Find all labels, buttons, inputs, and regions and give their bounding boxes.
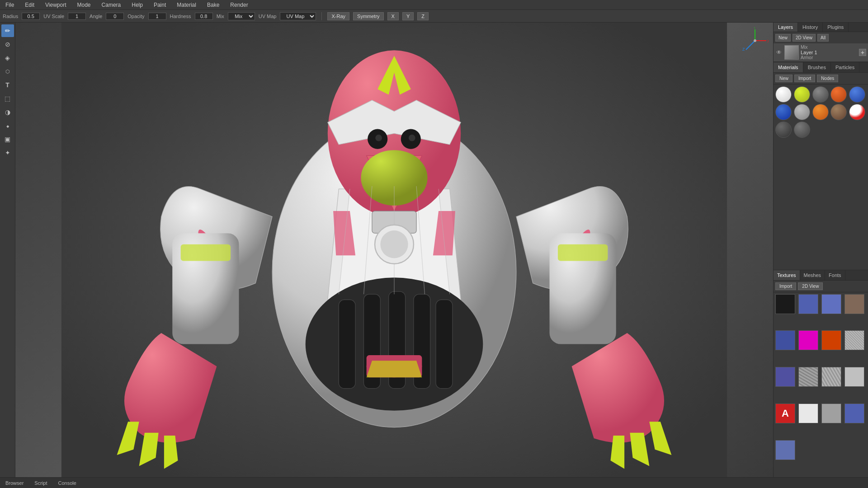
fill-tool[interactable]: ◈ [1, 52, 14, 64]
tab-brushes[interactable]: Brushes [803, 62, 831, 72]
select-tool[interactable]: ⬚ [1, 92, 14, 105]
menu-item-mode[interactable]: Mode [75, 1, 93, 9]
texture-orange[interactable] [821, 330, 841, 350]
material-orange2[interactable] [812, 104, 829, 120]
menu-item-camera[interactable]: Camera [100, 1, 123, 9]
tab-plugins[interactable]: Plugins [823, 23, 849, 32]
tab-particles[interactable]: Particles [831, 62, 859, 72]
uv-map-dropdown[interactable]: UV Map [280, 12, 316, 20]
radius-input[interactable] [22, 13, 40, 20]
layer-visibility-toggle[interactable]: 👁 [775, 49, 783, 56]
material-blue[interactable] [849, 86, 865, 103]
uv-scale-input[interactable] [68, 13, 86, 20]
texture-noise1[interactable] [844, 330, 864, 350]
material-silver[interactable] [794, 104, 810, 120]
toolbar-label-mix: Mix [217, 14, 224, 19]
materials-tabs: Materials Brushes Particles [774, 62, 868, 73]
layer-item[interactable]: 👁 Mix Layer 1 Armor + [774, 43, 868, 62]
tab-fonts[interactable]: Fonts [825, 270, 845, 280]
angle-input[interactable] [106, 13, 124, 20]
menu-item-edit[interactable]: Edit [23, 1, 36, 9]
tab-layers[interactable]: Layers [774, 23, 798, 32]
tab-history[interactable]: History [798, 23, 823, 32]
opacity-input[interactable] [148, 13, 166, 20]
gradient-tool[interactable]: ◑ [1, 106, 14, 118]
menu-item-bake[interactable]: Bake [205, 1, 221, 9]
texture-medium-blue[interactable] [775, 367, 795, 387]
material-dark1[interactable] [775, 122, 792, 138]
menu-item-paint[interactable]: Paint [152, 1, 168, 9]
material-brown[interactable] [830, 104, 847, 120]
layer-blend-mode: Mix [801, 45, 857, 50]
layer-name: Layer 1 [801, 50, 857, 55]
text-tool[interactable]: T [1, 79, 14, 91]
y-axis-button[interactable]: Y [402, 12, 414, 20]
layer-add-button[interactable]: + [859, 49, 866, 56]
menu-item-viewport[interactable]: Viewport [43, 1, 68, 9]
layers-new-button[interactable]: New [775, 34, 791, 42]
stamp-tool[interactable]: ⬥ [1, 119, 14, 132]
xray-button[interactable]: X-Ray [327, 12, 349, 20]
bottom-tab-console[interactable]: Console [56, 479, 78, 487]
symmetry-button[interactable]: Symmetry [353, 12, 384, 20]
layers-2dview-button[interactable]: 2D View [793, 34, 816, 42]
texture-dark-blue[interactable] [775, 330, 795, 350]
menu-item-render[interactable]: Render [228, 1, 250, 9]
viewport[interactable]: X Y Z [15, 23, 773, 477]
texture-blue4[interactable] [775, 440, 795, 460]
menu-item-help[interactable]: Help [130, 1, 145, 9]
svg-line-32 [746, 41, 755, 50]
tab-textures[interactable]: Textures [774, 270, 800, 280]
texture-noise2[interactable] [798, 367, 818, 387]
texture-magenta[interactable] [798, 330, 818, 350]
texture-blue1[interactable] [798, 294, 818, 314]
tab-materials[interactable]: Materials [774, 62, 803, 72]
tab-meshes[interactable]: Meshes [800, 270, 826, 280]
texture-red-letter[interactable]: A [775, 404, 795, 423]
texture-dark[interactable] [775, 294, 795, 314]
texture-noise3[interactable] [821, 367, 841, 387]
clone-tool[interactable]: ⬡ [1, 65, 14, 78]
axis-indicator: X Y Z [741, 27, 769, 54]
bottom-tab-browser[interactable]: Browser [4, 479, 25, 487]
toolbar-label-angle: Angle [90, 14, 102, 19]
material-dark2[interactable] [794, 122, 810, 138]
x-axis-button[interactable]: X [387, 12, 399, 20]
layer-tool[interactable]: ▣ [1, 133, 14, 145]
material-blue2[interactable] [775, 104, 792, 120]
texture-gray[interactable] [821, 404, 841, 423]
materials-import-button[interactable]: Import [794, 75, 815, 82]
z-axis-button[interactable]: Z [417, 12, 429, 20]
materials-new-button[interactable]: New [775, 75, 793, 82]
hardness-input[interactable] [195, 13, 213, 20]
bottom-bar: Browser Script Console [0, 477, 868, 488]
menu-item-material[interactable]: Material [175, 1, 198, 9]
draw-tool[interactable]: ✏ [1, 24, 14, 37]
mix-dropdown[interactable]: Mix Add Multiply [228, 12, 255, 20]
svg-rect-9 [339, 300, 355, 388]
material-dark-gray[interactable] [812, 86, 829, 103]
svg-text:Z: Z [742, 47, 745, 52]
material-orange[interactable] [830, 86, 847, 103]
materials-grid [774, 84, 868, 140]
texture-blue2[interactable] [821, 294, 841, 314]
textures-2dview-button[interactable]: 2D View [798, 282, 823, 290]
texture-light-gray[interactable] [844, 367, 864, 387]
material-yellow-green[interactable] [794, 86, 810, 103]
texture-brown[interactable] [844, 294, 864, 314]
texture-blue3[interactable] [844, 404, 864, 423]
material-white[interactable] [775, 86, 792, 103]
material-red-white[interactable] [849, 104, 865, 120]
materials-section: Materials Brushes Particles New Import N… [774, 62, 868, 270]
menu-item-file[interactable]: File [4, 1, 16, 9]
layer-thumbnail [784, 45, 799, 60]
erase-tool[interactable]: ⊘ [1, 38, 14, 51]
materials-nodes-button[interactable]: Nodes [817, 75, 838, 82]
layers-all-button[interactable]: All [817, 34, 829, 42]
textures-import-button[interactable]: Import [775, 282, 796, 290]
bottom-tab-script[interactable]: Script [33, 479, 49, 487]
picker-tool[interactable]: ✦ [1, 146, 14, 159]
textures-toolbar: Import 2D View [774, 281, 868, 292]
texture-white[interactable] [798, 404, 818, 423]
toolbar-label-radius: Radius [3, 14, 18, 19]
